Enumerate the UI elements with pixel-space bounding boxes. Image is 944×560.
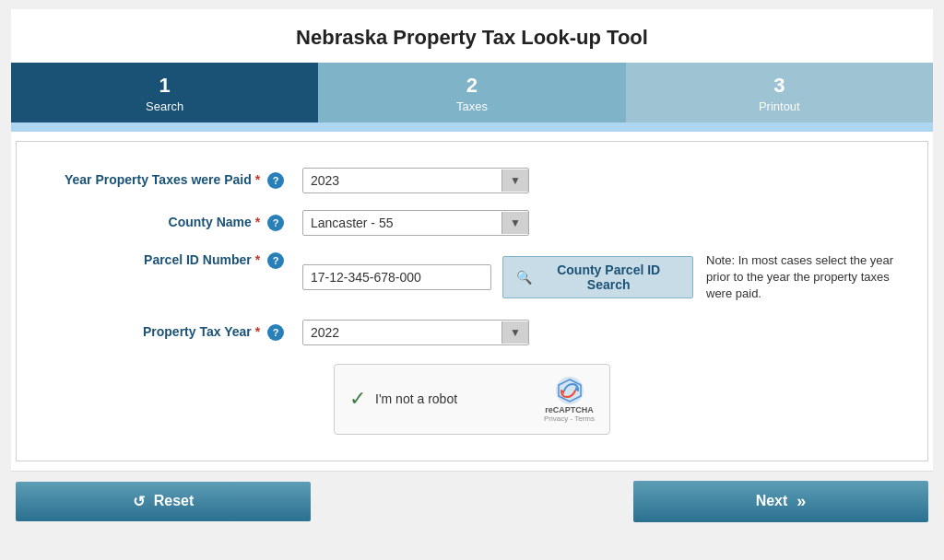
recaptcha-brand: reCAPTCHA <box>545 405 594 414</box>
property-tax-year-select-wrapper: 2022 2021 2020 ▼ <box>302 320 529 345</box>
bottom-bar: ↺ Reset Next » <box>11 471 933 531</box>
year-taxes-paid-select-wrapper: 2023 2022 2021 ▼ <box>302 168 529 193</box>
step-3-label: Printout <box>759 99 800 113</box>
step-2-label: Taxes <box>456 99 488 113</box>
parcel-id-control: 🔍 County Parcel ID Search Note: In most … <box>302 252 909 303</box>
property-tax-year-help-icon[interactable]: ? <box>267 324 284 341</box>
year-taxes-paid-help-icon[interactable]: ? <box>267 172 284 189</box>
recaptcha-subtext: Privacy - Terms <box>544 414 595 423</box>
step-3-number: 3 <box>773 74 785 98</box>
accent-bar <box>11 122 933 132</box>
parcel-note: Note: In most cases select the year prio… <box>706 252 909 303</box>
step-3-printout[interactable]: 3 Printout <box>626 63 933 122</box>
captcha-logo: reCAPTCHA Privacy - Terms <box>544 376 595 423</box>
search-icon: 🔍 <box>516 270 532 285</box>
year-taxes-paid-select[interactable]: 2023 2022 2021 <box>303 169 502 192</box>
year-taxes-paid-row: Year Property Taxes were Paid * ? 2023 2… <box>35 168 909 193</box>
year-taxes-paid-label: Year Property Taxes were Paid * ? <box>35 172 293 189</box>
reset-icon: ↺ <box>133 493 145 510</box>
county-name-control: Lancaster - 55 Douglas - 28 Sarpy - 77 ▼ <box>302 210 529 236</box>
county-name-select-wrapper: Lancaster - 55 Douglas - 28 Sarpy - 77 ▼ <box>302 210 529 236</box>
next-button[interactable]: Next » <box>633 481 928 522</box>
property-tax-year-label: Property Tax Year * ? <box>35 324 293 341</box>
property-tax-year-control: 2022 2021 2020 ▼ <box>302 320 529 345</box>
property-tax-year-dropdown-btn[interactable]: ▼ <box>502 321 528 344</box>
page-title: Nebraska Property Tax Look-up Tool <box>11 9 933 63</box>
form-section: Year Property Taxes were Paid * ? 2023 2… <box>16 141 928 461</box>
captcha-checkmark-icon: ✓ <box>349 387 366 411</box>
property-tax-year-select[interactable]: 2022 2021 2020 <box>303 321 502 344</box>
county-name-help-icon[interactable]: ? <box>267 215 284 231</box>
svg-point-0 <box>556 377 584 404</box>
property-tax-year-row: Property Tax Year * ? 2022 2021 2020 ▼ <box>35 320 909 345</box>
step-2-number: 2 <box>466 74 478 98</box>
county-parcel-search-button[interactable]: 🔍 County Parcel ID Search <box>502 256 693 298</box>
year-taxes-paid-dropdown-btn[interactable]: ▼ <box>502 169 528 192</box>
step-1-label: Search <box>146 99 183 113</box>
step-1-number: 1 <box>159 74 171 98</box>
parcel-id-row: Parcel ID Number * ? 🔍 County Parcel ID … <box>35 252 909 303</box>
captcha-left: ✓ I'm not a robot <box>349 387 457 411</box>
parcel-id-input[interactable] <box>302 264 491 290</box>
captcha-row: ✓ I'm not a robot reCAPTCHA Privacy - Te… <box>35 364 909 435</box>
county-name-select[interactable]: Lancaster - 55 Douglas - 28 Sarpy - 77 <box>303 211 502 235</box>
step-1-search[interactable]: 1 Search <box>11 63 318 122</box>
steps-bar: 1 Search 2 Taxes 3 Printout <box>11 63 933 122</box>
county-name-dropdown-btn[interactable]: ▼ <box>502 212 528 234</box>
reset-button[interactable]: ↺ Reset <box>16 482 311 521</box>
county-name-label: County Name * ? <box>35 215 293 231</box>
next-arrow-icon: » <box>796 492 806 511</box>
captcha-box[interactable]: ✓ I'm not a robot reCAPTCHA Privacy - Te… <box>334 364 610 435</box>
parcel-id-label: Parcel ID Number * ? <box>35 252 293 269</box>
parcel-id-help-icon[interactable]: ? <box>267 252 284 269</box>
step-2-taxes[interactable]: 2 Taxes <box>318 63 625 122</box>
captcha-label: I'm not a robot <box>375 391 457 406</box>
county-name-row: County Name * ? Lancaster - 55 Douglas -… <box>35 210 909 236</box>
year-taxes-paid-control: 2023 2022 2021 ▼ <box>302 168 529 193</box>
recaptcha-icon <box>555 376 584 405</box>
